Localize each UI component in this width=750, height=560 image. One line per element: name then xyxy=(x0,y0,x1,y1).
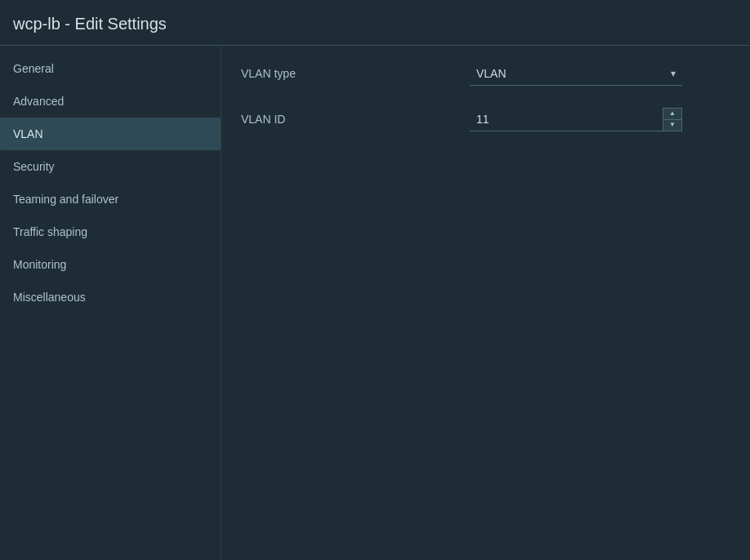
main-content: VLAN type VLAN VGT VST None ▾ VLAN I xyxy=(221,46,750,560)
vlan-id-input-wrapper: ▲ ▼ xyxy=(470,108,682,131)
vlan-id-control: ▲ ▼ xyxy=(470,108,682,131)
sidebar-item-miscellaneous[interactable]: Miscellaneous xyxy=(0,281,221,313)
sidebar-item-security[interactable]: Security xyxy=(0,150,221,183)
content-area: General Advanced VLAN Security Teaming a… xyxy=(0,46,750,560)
title-bar: wcp-lb - Edit Settings xyxy=(0,0,750,46)
vlan-id-input[interactable] xyxy=(470,108,682,131)
vlan-type-control: VLAN VGT VST None ▾ xyxy=(470,62,682,86)
sidebar-item-monitoring[interactable]: Monitoring xyxy=(0,248,221,281)
sidebar-item-teaming-and-failover[interactable]: Teaming and failover xyxy=(0,183,221,216)
page-title: wcp-lb - Edit Settings xyxy=(13,15,167,33)
page-container: wcp-lb - Edit Settings General Advanced … xyxy=(0,0,750,560)
vlan-id-stepper: ▲ ▼ xyxy=(663,108,682,131)
sidebar-item-vlan[interactable]: VLAN xyxy=(0,118,221,150)
vlan-type-label: VLAN type xyxy=(241,67,470,80)
vlan-id-label: VLAN ID xyxy=(241,113,470,126)
sidebar-item-general[interactable]: General xyxy=(0,52,221,85)
sidebar-item-traffic-shaping[interactable]: Traffic shaping xyxy=(0,216,221,248)
vlan-id-stepper-up[interactable]: ▲ xyxy=(663,109,681,119)
sidebar-item-advanced[interactable]: Advanced xyxy=(0,85,221,118)
vlan-type-select[interactable]: VLAN VGT VST None xyxy=(470,62,682,86)
vlan-id-stepper-down[interactable]: ▼ xyxy=(663,119,681,131)
vlan-type-row: VLAN type VLAN VGT VST None ▾ xyxy=(241,59,730,88)
sidebar: General Advanced VLAN Security Teaming a… xyxy=(0,46,221,560)
vlan-type-dropdown-wrapper: VLAN VGT VST None ▾ xyxy=(470,62,682,86)
vlan-id-row: VLAN ID ▲ ▼ xyxy=(241,104,730,134)
